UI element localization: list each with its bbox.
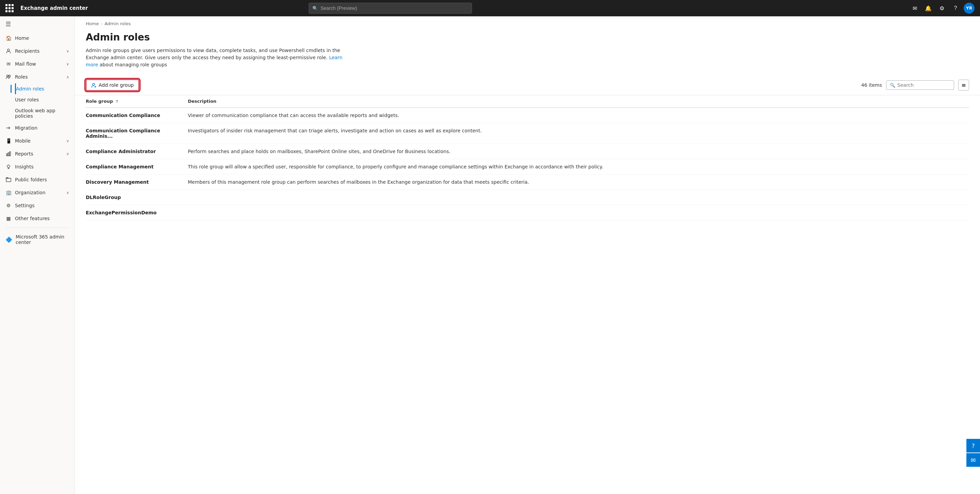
settings-nav-icon: ⚙ [5, 202, 11, 208]
notifications-button[interactable]: 🔔 [923, 3, 934, 14]
role-group-name: Discovery Management [86, 175, 188, 190]
mobile-icon: 📱 [5, 138, 11, 144]
avatar[interactable]: YR [964, 3, 975, 14]
sidebar-toggle[interactable]: ☰ [0, 16, 75, 32]
svg-point-0 [8, 49, 10, 51]
filter-icon: ≡ [961, 82, 966, 89]
table-search-icon: 🔍 [890, 83, 895, 88]
sidebar-item-home[interactable]: 🏠 Home [0, 32, 75, 44]
role-group-name: Compliance Management [86, 159, 188, 175]
sidebar-item-other-features[interactable]: ▦ Other features [0, 212, 75, 225]
sidebar-item-insights[interactable]: Insights [0, 160, 75, 173]
app-title: Exchange admin center [21, 5, 88, 11]
feedback-button[interactable]: ✉ [909, 3, 920, 14]
sidebar: ☰ 🏠 Home Recipients ∨ ✉ Mail flow ∨ [0, 16, 75, 494]
role-group-name: Communication Compliance Adminis... [86, 123, 188, 144]
topnav-icons: ✉ 🔔 ⚙ ? YR [909, 3, 975, 14]
sidebar-item-admin-roles[interactable]: Admin roles [15, 83, 75, 94]
role-group-description [188, 205, 969, 221]
mailflow-icon: ✉ [5, 61, 11, 67]
sidebar-item-settings[interactable]: ⚙ Settings [0, 199, 75, 212]
sidebar-item-user-roles[interactable]: User roles [15, 94, 75, 105]
table-row[interactable]: Communication Compliance Adminis... Inve… [86, 123, 969, 144]
filter-button[interactable]: ≡ [958, 79, 969, 91]
top-navigation: Exchange admin center 🔍 ✉ 🔔 ⚙ ? YR [0, 0, 980, 16]
global-search-input[interactable] [321, 5, 468, 11]
svg-rect-5 [10, 152, 11, 156]
role-group-name: Communication Compliance [86, 108, 188, 123]
sidebar-item-reports[interactable]: Reports ∨ [0, 147, 75, 160]
table-row[interactable]: DLRoleGroup [86, 190, 969, 205]
role-group-description: Perform searches and place holds on mail… [188, 144, 969, 159]
sort-indicator: ↑ [115, 99, 118, 104]
migration-icon [5, 125, 11, 131]
table-search: 🔍 [886, 80, 954, 90]
organization-icon: 🏢 [5, 189, 11, 195]
global-search: 🔍 [309, 3, 472, 14]
gear-icon: ⚙ [940, 5, 944, 11]
items-count: 46 items [861, 82, 882, 88]
settings-button[interactable]: ⚙ [937, 3, 947, 14]
table-row[interactable]: Communication Compliance Viewer of commu… [86, 108, 969, 123]
col-header-description: Description [188, 95, 969, 108]
table-row[interactable]: Compliance Management This role group wi… [86, 159, 969, 175]
role-group-name: ExchangePermissionDemo [86, 205, 188, 221]
roles-icon [5, 74, 11, 80]
table-row[interactable]: ExchangePermissionDemo [86, 205, 969, 221]
role-group-description: Members of this management role group ca… [188, 175, 969, 190]
add-role-group-button[interactable]: Add role group [86, 79, 139, 91]
help-buttons: ? ✉ [966, 439, 980, 467]
mobile-chevron: ∨ [66, 139, 69, 143]
sidebar-item-m365[interactable]: 🔷 Microsoft 365 admin center [0, 231, 75, 248]
roles-chevron: ∧ [66, 75, 69, 79]
help-message-button[interactable]: ✉ [966, 453, 980, 467]
insights-icon [5, 164, 11, 170]
toolbar: Add role group 46 items 🔍 ≡ [75, 75, 980, 95]
sidebar-item-public-folders[interactable]: Public folders [0, 173, 75, 186]
table-row[interactable]: Discovery Management Members of this man… [86, 175, 969, 190]
role-group-description: Investigators of insider risk management… [188, 123, 969, 144]
svg-point-1 [7, 75, 8, 77]
role-group-description [188, 190, 969, 205]
recipients-chevron: ∨ [66, 49, 69, 53]
breadcrumb-separator: › [101, 21, 102, 26]
svg-rect-4 [8, 153, 9, 156]
breadcrumb-home[interactable]: Home [86, 21, 99, 26]
sidebar-item-migration[interactable]: Migration [0, 121, 75, 134]
page-title: Admin roles [86, 32, 969, 43]
sidebar-item-recipients[interactable]: Recipients ∨ [0, 44, 75, 57]
role-group-description: Viewer of communication compliance that … [188, 108, 969, 123]
table-row[interactable]: Compliance Administrator Perform searche… [86, 144, 969, 159]
feedback-icon: ✉ [913, 5, 917, 11]
message-help-icon: ✉ [970, 457, 975, 464]
chat-help-icon: ? [972, 442, 975, 450]
add-people-icon [91, 82, 97, 88]
svg-rect-3 [6, 154, 8, 156]
reports-icon [5, 151, 11, 157]
other-features-icon: ▦ [5, 215, 11, 221]
roles-submenu: Admin roles User roles Outlook web app p… [0, 83, 75, 121]
col-header-role-group[interactable]: Role group ↑ [86, 95, 188, 108]
svg-point-7 [92, 83, 95, 86]
reports-chevron: ∨ [66, 152, 69, 156]
table-search-input[interactable] [897, 82, 950, 88]
sidebar-item-organization[interactable]: 🏢 Organization ∨ [0, 186, 75, 199]
breadcrumb: Home › Admin roles [75, 16, 980, 26]
home-icon: 🏠 [5, 35, 11, 41]
main-content: Home › Admin roles Admin roles Admin rol… [75, 16, 980, 494]
search-icon: 🔍 [312, 6, 318, 11]
role-group-description: This role group will allow a specified u… [188, 159, 969, 175]
waffle-menu[interactable] [5, 4, 14, 12]
help-button[interactable]: ? [950, 3, 961, 14]
sidebar-item-mailflow[interactable]: ✉ Mail flow ∨ [0, 57, 75, 70]
sidebar-item-mobile[interactable]: 📱 Mobile ∨ [0, 134, 75, 147]
sidebar-item-owa-policies[interactable]: Outlook web app policies [15, 105, 75, 121]
svg-point-6 [7, 165, 10, 168]
page-header: Admin roles Admin role groups give users… [75, 26, 980, 75]
toolbar-right: 46 items 🔍 ≡ [861, 79, 969, 91]
help-icon: ? [954, 5, 957, 11]
role-group-name: DLRoleGroup [86, 190, 188, 205]
public-folders-icon [5, 176, 11, 183]
help-chat-button[interactable]: ? [966, 439, 980, 453]
sidebar-item-roles[interactable]: Roles ∧ [0, 70, 75, 83]
